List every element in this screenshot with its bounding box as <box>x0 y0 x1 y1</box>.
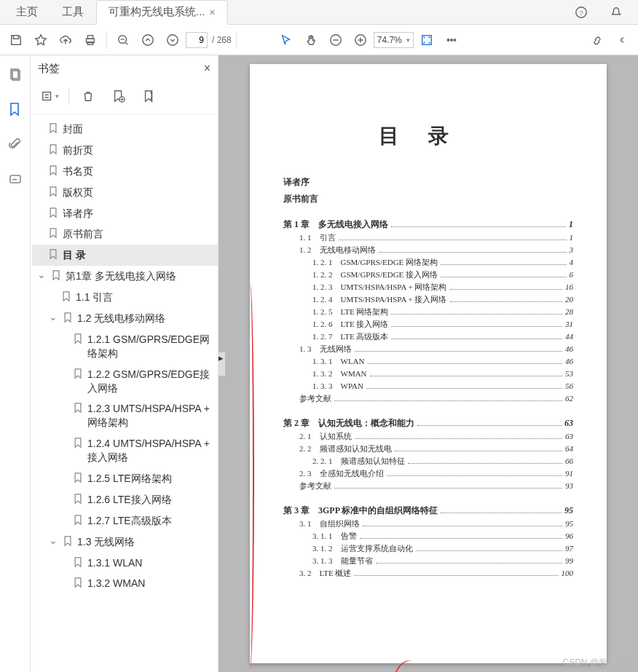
toc-row: 3. 1 自组织网络95 <box>283 518 573 529</box>
chevron-down-icon[interactable]: ⌄ <box>36 269 47 280</box>
bookmark-list[interactable]: 封面前折页书名页版权页译者序原书前言目 录⌄第1章 多无线电接入网络1.1 引言… <box>31 114 218 672</box>
cloud-upload-icon[interactable] <box>54 28 77 52</box>
chevron-down-icon[interactable]: ⌄ <box>48 312 58 322</box>
bookmark-item[interactable]: ⌄第1章 多无线电接入网络 <box>32 266 218 287</box>
bookmark-label: 1.2.1 GSM/GPRS/EDGE网络架构 <box>87 333 213 360</box>
bookmark-item[interactable]: 版权页 <box>32 182 218 203</box>
doc-preface: 译者序 <box>283 176 573 189</box>
close-icon[interactable]: × <box>210 7 216 18</box>
bookmarks-icon[interactable] <box>5 99 25 119</box>
bookmark-item[interactable]: 1.2.1 GSM/GPRS/EDGE网络架构 <box>32 329 218 364</box>
bookmark-item[interactable]: 1.2.5 LTE网络架构 <box>32 468 218 489</box>
bookmark-item[interactable]: 1.3.1 WLAN <box>32 553 218 574</box>
bell-icon[interactable] <box>604 1 628 24</box>
svg-rect-14 <box>42 92 50 100</box>
more-icon[interactable] <box>440 28 463 52</box>
bookmark-item[interactable]: 1.3.2 WMAN <box>32 573 218 594</box>
toc-label: 2. 2. 1 频谱感知认知特征 <box>312 456 405 467</box>
zoom-value: 74.7% <box>377 35 402 45</box>
page-number-input[interactable] <box>186 32 208 48</box>
bookmark-label: 原书前言 <box>63 227 213 241</box>
zoom-out-icon[interactable] <box>111 28 135 52</box>
chevron-right-icon[interactable] <box>610 28 634 52</box>
attachments-icon[interactable] <box>5 134 25 154</box>
chevron-down-icon[interactable]: ⌄ <box>48 535 58 545</box>
toc-label: 1. 2 无线电移动网络 <box>299 245 376 256</box>
help-icon[interactable]: ? <box>570 1 593 24</box>
tab-home[interactable]: 主页 <box>4 0 50 25</box>
bookmark-item[interactable]: 1.2.3 UMTS/HSPA/HSPA + 网络架构 <box>32 398 218 433</box>
bookmark-label: 1.3 无线网络 <box>77 535 213 549</box>
annotation-mark <box>243 282 254 668</box>
toc-row: 1. 3. 3 WPAN56 <box>283 381 573 392</box>
tab-tools[interactable]: 工具 <box>50 0 96 25</box>
tab-document[interactable]: 可重构无线电系统... × <box>96 0 228 25</box>
doc-title: 目录 <box>283 122 573 150</box>
page-area[interactable]: ▸ 目录 译者序 原书前言 第 1 章 多无线电接入网络11. 1 引言11. … <box>218 55 638 672</box>
bookmark-label: 目 录 <box>63 248 213 262</box>
toc-row: 3. 1. 1 告警96 <box>283 531 573 542</box>
toc-row: 2. 1 认知系统63 <box>283 431 573 442</box>
save-icon[interactable] <box>4 28 28 52</box>
zoom-select[interactable]: 74.7%▾ <box>374 32 414 48</box>
options-icon[interactable]: ▾ <box>38 84 61 108</box>
fit-page-icon[interactable] <box>415 28 438 52</box>
toc-label: 1. 2. 4 UMTS/HSPA/HSPA + 接入网络 <box>312 294 447 305</box>
star-icon[interactable] <box>29 28 52 52</box>
toc-row: 2. 2. 1 频谱感知认知特征66 <box>283 456 573 467</box>
toc-row: 1. 2. 3 UMTS/HSPA/HSPA + 网络架构16 <box>283 282 573 293</box>
svg-rect-4 <box>87 35 92 39</box>
toc-page: 64 <box>565 444 573 453</box>
zoom-in-button[interactable] <box>349 28 372 52</box>
toc-row: 1. 1 引言1 <box>283 232 573 243</box>
toc-row: 1. 3. 1 WLAN46 <box>283 356 573 367</box>
page-total-label: / 268 <box>212 35 232 45</box>
gutter-handle-icon[interactable]: ▸ <box>218 352 226 376</box>
bookmark-item[interactable]: 前折页 <box>32 140 218 161</box>
delete-icon[interactable] <box>76 84 100 108</box>
new-bookmark-icon[interactable] <box>107 84 130 108</box>
toc-page: 99 <box>565 556 573 565</box>
bookmark-item[interactable]: 1.2.4 UMTS/HSPA/HSPA + 接入网络 <box>32 433 218 468</box>
bookmark-item[interactable]: 封面 <box>32 119 218 140</box>
bookmark-panel: 书签 × ▾ 封面前折页书名页版权页译者序原书前言目 录⌄第1章 多无线电接入网… <box>31 55 218 672</box>
bookmark-label: 1.2 无线电移动网络 <box>77 312 213 325</box>
bookmark-item[interactable]: ⌄1.2 无线电移动网络 <box>32 308 218 329</box>
page-up-icon[interactable] <box>136 28 160 52</box>
hand-tool-icon[interactable] <box>299 28 323 52</box>
bookmark-icon <box>73 556 83 568</box>
toc-label: 1. 2. 6 LTE 接入网络 <box>312 319 388 330</box>
bookmark-label: 1.2.6 LTE接入网络 <box>87 493 213 507</box>
zoom-out-button[interactable] <box>324 28 347 52</box>
find-bookmark-icon[interactable] <box>138 84 161 108</box>
toc-label: 3. 1 自组织网络 <box>299 518 360 529</box>
bookmark-item[interactable]: 1.2.6 LTE接入网络 <box>32 489 218 510</box>
bookmark-item[interactable]: 1.1 引言 <box>32 287 218 308</box>
svg-text:?: ? <box>579 8 583 16</box>
bookmark-item[interactable]: 目 录 <box>32 245 218 266</box>
panel-title: 书签 <box>38 62 60 76</box>
tab-label: 可重构无线电系统... <box>109 5 205 19</box>
print-icon[interactable] <box>79 28 102 52</box>
signatures-icon[interactable] <box>5 169 25 189</box>
toc-row: 第 2 章 认知无线电：概念和能力63 <box>283 417 573 430</box>
bookmark-item[interactable]: 1.2.7 LTE高级版本 <box>32 510 218 531</box>
page-down-icon[interactable] <box>161 28 184 52</box>
bookmark-item[interactable]: 1.2.2 GSM/GPRS/EDGE接入网络 <box>32 364 218 399</box>
share-link-icon[interactable] <box>586 28 609 52</box>
toc-row: 2. 2 频谱感知认知无线电64 <box>283 443 573 454</box>
select-tool-icon[interactable] <box>275 28 298 52</box>
bookmark-label: 1.2.4 UMTS/HSPA/HSPA + 接入网络 <box>87 437 213 465</box>
bookmark-item[interactable]: 书名页 <box>32 161 218 182</box>
toc-label: 2. 1 认知系统 <box>299 431 352 442</box>
svg-point-10 <box>454 39 456 41</box>
bookmark-icon <box>73 493 83 505</box>
toc-label: 1. 3 无线网络 <box>299 344 352 355</box>
bookmark-item[interactable]: 原书前言 <box>32 224 218 245</box>
bookmark-item[interactable]: ⌄1.3 无线网络 <box>32 531 218 553</box>
close-icon[interactable]: × <box>204 62 210 75</box>
toc-row: 3. 1. 3 能量节省99 <box>283 556 573 566</box>
document-page: 目录 译者序 原书前言 第 1 章 多无线电接入网络11. 1 引言11. 2 … <box>250 64 607 663</box>
thumbnails-icon[interactable] <box>5 64 25 84</box>
bookmark-item[interactable]: 译者序 <box>32 203 218 224</box>
